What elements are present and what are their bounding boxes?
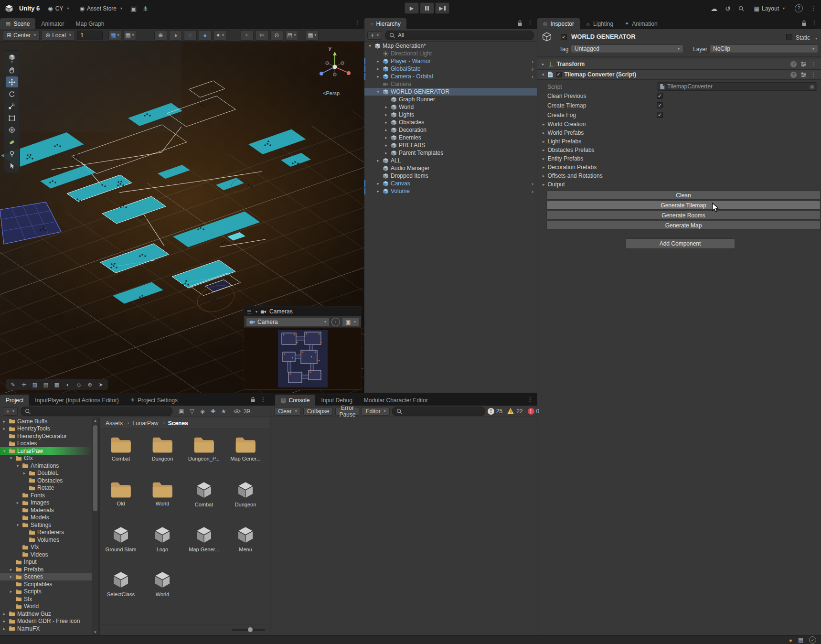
saved-search-icon[interactable]: ✚	[209, 408, 217, 415]
project-tree-item[interactable]: Videos	[0, 551, 92, 558]
foldout-icon[interactable]: ▸	[384, 112, 389, 117]
project-tree-item[interactable]: Rotate	[0, 484, 92, 492]
folder-asset[interactable]: Dungeon_P...	[184, 436, 224, 462]
breadcrumb-current[interactable]: Scenes	[168, 420, 188, 427]
active-checkbox[interactable]: ✓	[561, 34, 567, 40]
cameras-overlay-panel[interactable]: ☰ ▾ Cameras Camera ▾ i ▣ ▾	[244, 306, 362, 390]
history-icon[interactable]: ↺	[725, 5, 731, 12]
open-prefab-chevron[interactable]: ›	[532, 58, 533, 65]
kebab-menu-icon[interactable]: ⋮	[527, 20, 533, 26]
project-tree-item[interactable]: Fonts	[0, 492, 92, 499]
navigate-overlay-icon[interactable]: ➤	[96, 380, 106, 389]
hierarchy-item[interactable]: ▸PREFABS	[364, 141, 537, 149]
tab-console[interactable]: ▤ Console	[275, 395, 315, 406]
kebab-menu-icon[interactable]: ⋮	[810, 5, 816, 12]
hierarchy-item[interactable]: ▸GlobalState›	[364, 65, 537, 73]
static-checkbox[interactable]	[786, 34, 792, 40]
project-tree-item[interactable]: ▸Game Buffs	[0, 418, 92, 425]
tab-input-player[interactable]: InputPlayer (Input Actions Editor)	[29, 395, 124, 406]
project-tree-item[interactable]: ▸NamuFX	[0, 625, 92, 633]
shading-mode-icon[interactable]: ◑	[169, 30, 182, 41]
hierarchy-item[interactable]: ▸Enemies	[364, 134, 537, 141]
foldout-icon[interactable]: ▸	[384, 120, 389, 125]
layout-dropdown[interactable]: ▦ Layout ▾	[752, 4, 787, 13]
cutout-tool-icon[interactable]: ✄	[256, 30, 268, 41]
hierarchy-item[interactable]: Graph Runner	[364, 96, 537, 103]
layers-menu-icon[interactable]: ▤▾	[285, 30, 298, 41]
fog-toggle-icon[interactable]: ≈	[241, 30, 254, 41]
hierarchy-item[interactable]: ▸World	[364, 103, 537, 111]
generate-tilemap-button[interactable]: Generate Tilemap	[546, 201, 821, 210]
paint-tool-icon[interactable]: ✎	[8, 380, 18, 389]
foldout-icon[interactable]: ▸	[375, 59, 381, 64]
project-tree-item[interactable]: ▸Scripts	[0, 588, 92, 596]
slider-thumb[interactable]	[248, 627, 253, 632]
project-tree-item[interactable]: ▸Scenes	[0, 573, 92, 581]
foldout-icon[interactable]: ▸	[384, 105, 389, 109]
scale-tool[interactable]	[6, 100, 18, 111]
hierarchy-item[interactable]: ▸Volume›	[364, 187, 537, 195]
tab-lighting[interactable]: ☼ Lighting	[580, 18, 619, 29]
hierarchy-item[interactable]: ▸Lights	[364, 111, 537, 118]
foldout-light-prefabs[interactable]: ▸Light Prefabs	[543, 138, 581, 145]
foldout-output[interactable]: ▸Output	[543, 181, 565, 188]
clean-button[interactable]: Clean	[546, 191, 821, 200]
kebab-menu-icon[interactable]: ⋮	[260, 396, 266, 403]
overlay-menu-icon[interactable]: ▦▾	[306, 30, 319, 41]
foldout-decoration-prefabs[interactable]: ▸Decoration Prefabs	[543, 164, 597, 171]
scene-viewport[interactable]: y<Persp ▾ ✎✛▨▤▦◐◇⊕➤ ☰ ▾ Cameras Camera ▾	[0, 42, 364, 393]
foldout-icon[interactable]: ▸	[2, 619, 7, 623]
project-tree-item[interactable]: ▾Animations	[0, 462, 92, 470]
project-tree-item[interactable]: ▸DoubleL	[0, 470, 92, 477]
project-tree-item[interactable]: ▸Modern GDR - Free icon	[0, 618, 92, 625]
tilemap-converter-component-header[interactable]: ▾ ✓ Tilemap Converter (Script) ? ⋮	[537, 69, 821, 80]
asset-store-menu[interactable]: ◉ Asset Store ▾	[77, 4, 125, 13]
hierarchy-item[interactable]: Dropped Items	[364, 172, 537, 180]
thumbnail-zoom-slider[interactable]	[232, 629, 265, 631]
lock-icon[interactable]	[517, 20, 522, 26]
gizmo-y-axis-label[interactable]: y	[329, 45, 331, 51]
object-picker-icon[interactable]: ◎	[810, 84, 814, 90]
open-prefab-chevron[interactable]: ›	[532, 73, 533, 80]
package-filter-icon[interactable]: ▣	[177, 408, 186, 415]
project-tree-item[interactable]: Vfx	[0, 544, 92, 551]
foldout-icon[interactable]: ▸	[375, 158, 381, 163]
scroll-up-icon[interactable]: ▲	[92, 419, 98, 423]
gameobject-name-field[interactable]: WORLD GENERATOR	[571, 33, 636, 40]
tab-animator[interactable]: Animator	[35, 18, 70, 29]
foldout-icon[interactable]: ▸	[542, 62, 544, 66]
folder-asset[interactable]: Combat	[101, 436, 141, 462]
custom-tool-cursor[interactable]	[6, 160, 18, 171]
lock-icon[interactable]	[801, 20, 807, 26]
hierarchy-item[interactable]: ▾WORLD GENERATOR	[364, 88, 537, 96]
toggle-checkbox[interactable]: ✓	[657, 93, 663, 99]
console-log-list[interactable]	[270, 418, 537, 635]
transform-component-header[interactable]: ▸ Transform ? ⋮	[537, 59, 821, 69]
fullscreen-preview-button[interactable]: ▣ ▾	[342, 317, 359, 327]
hand-tool[interactable]	[6, 64, 18, 75]
favorites-icon[interactable]: ★	[219, 408, 228, 415]
help-icon[interactable]: ?	[790, 61, 797, 67]
presets-icon[interactable]	[800, 62, 807, 67]
scene-asset[interactable]: Dungeon	[225, 481, 266, 507]
rotate-tool[interactable]	[6, 88, 18, 99]
project-tree-item[interactable]: Sfx	[0, 595, 92, 603]
scroll-down-icon[interactable]: ▼	[92, 630, 98, 634]
add-component-button[interactable]: Add Component	[625, 238, 735, 249]
folder-asset[interactable]: Dungeon	[142, 436, 182, 462]
kebab-menu-icon[interactable]: ⋮	[527, 396, 533, 403]
foldout-icon[interactable]: ▾	[375, 89, 381, 94]
foldout-icon[interactable]: ▸	[384, 128, 389, 132]
foldout-icon[interactable]: ▸	[375, 66, 381, 71]
project-tree-item[interactable]: Input	[0, 558, 92, 566]
foldout-icon[interactable]: ▸	[9, 567, 13, 572]
info-icon[interactable]: i	[331, 318, 340, 326]
foldout-icon[interactable]: ▸	[15, 500, 20, 505]
project-tree-item[interactable]: ▸Images	[0, 499, 92, 507]
toggle-checkbox[interactable]: ✓	[657, 112, 663, 118]
gizmo-crosshair-icon[interactable]: ⊕	[154, 30, 167, 41]
hierarchy-item[interactable]: Directional Light	[364, 50, 537, 57]
open-prefab-chevron[interactable]: ›	[532, 65, 533, 73]
scrollbar-thumb[interactable]	[93, 425, 97, 511]
tag-dropdown[interactable]: Untagged ▾	[571, 44, 683, 53]
